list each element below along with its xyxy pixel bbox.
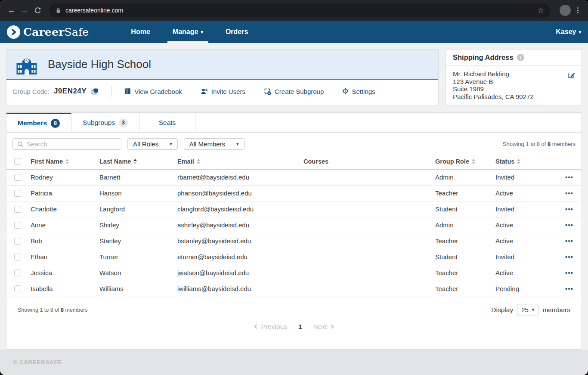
nav-items: Home Manage▾ Orders <box>120 21 259 43</box>
sort-icon[interactable] <box>65 159 69 164</box>
tab-seats[interactable]: Seats <box>139 113 195 132</box>
cell-status: Invited <box>492 249 562 265</box>
search-input[interactable] <box>27 140 117 148</box>
nav-item-manage[interactable]: Manage▾ <box>161 21 214 43</box>
row-actions-icon[interactable]: ••• <box>565 285 573 292</box>
shipping-address-card: Shipping Address i Mr. Richard Belding 1… <box>446 49 582 106</box>
cell-courses <box>300 201 432 217</box>
gear-icon: ⚙ <box>342 87 349 95</box>
row-actions-icon[interactable]: ••• <box>565 190 573 197</box>
cell-courses <box>300 233 432 249</box>
careersafe-logo[interactable]: CareerSafe <box>7 25 89 39</box>
nav-item-home[interactable]: Home <box>120 21 161 43</box>
next-page-button[interactable]: Next <box>313 323 334 331</box>
cell-courses <box>300 265 432 281</box>
table-row: Patricia Hanson phanson@baysideisd.edu T… <box>6 185 582 201</box>
row-checkbox[interactable] <box>14 270 21 276</box>
cell-status: Pending <box>492 281 562 297</box>
shipping-line2: Suite 1989 <box>453 85 575 93</box>
chevron-left-icon <box>254 325 258 329</box>
settings-link[interactable]: ⚙ Settings <box>342 87 375 95</box>
cell-email: iwilliams@baysideisd.edu <box>174 281 300 297</box>
cell-role: Teacher <box>432 233 492 249</box>
careersafe-logo-icon <box>7 25 20 39</box>
chevron-down-icon: ▾ <box>236 141 239 147</box>
row-actions-icon[interactable]: ••• <box>565 238 573 245</box>
cell-first-name: Ethan <box>27 249 96 265</box>
display-count-select[interactable]: 25▾ <box>517 304 538 316</box>
members-count-badge: 8 <box>51 119 60 128</box>
row-checkbox[interactable] <box>14 285 21 292</box>
filter-row: All Roles▾ All Members▾ Showing 1 to 8 o… <box>6 133 582 154</box>
row-actions-icon[interactable]: ••• <box>565 254 573 260</box>
browser-profile-avatar[interactable] <box>560 5 571 16</box>
table-row: Jessica Watson jwatson@baysideisd.edu Te… <box>6 265 582 281</box>
col-last-name: Last Name <box>99 158 131 165</box>
school-header: Bayside High School <box>6 50 438 80</box>
sort-icon[interactable] <box>133 159 137 164</box>
reload-icon[interactable] <box>31 4 44 17</box>
sort-icon[interactable] <box>472 159 475 164</box>
row-checkbox[interactable] <box>14 254 21 260</box>
cell-status: Invited <box>492 169 562 185</box>
school-card: Bayside High School Group Code: J9EN24Y … <box>6 49 439 106</box>
back-icon[interactable]: ← <box>5 4 18 17</box>
showing-summary-bottom: Showing 1 to 8 of 8 members <box>18 307 88 313</box>
bookmark-star-icon[interactable]: ☆ <box>538 6 544 15</box>
invite-users-link[interactable]: Invite Users <box>200 87 245 95</box>
view-gradebook-link[interactable]: View Gradebook <box>124 87 182 95</box>
cell-first-name: Jessica <box>27 265 96 281</box>
person-plus-icon <box>200 87 208 95</box>
cell-status: Active <box>492 233 562 249</box>
gradebook-icon <box>124 87 131 95</box>
copy-icon[interactable] <box>90 87 99 96</box>
row-checkbox[interactable] <box>14 206 21 213</box>
table-row: Bob Stanley bstanley@baysideisd.edu Teac… <box>6 233 582 249</box>
cell-last-name: Williams <box>96 281 174 297</box>
shipping-title: Shipping Address <box>453 53 514 62</box>
cell-role: Teacher <box>432 185 492 201</box>
row-checkbox[interactable] <box>14 238 21 245</box>
tab-subgroups[interactable]: Subgroups 3 <box>71 113 139 132</box>
row-checkbox[interactable] <box>14 174 21 181</box>
cell-role: Admin <box>432 169 492 185</box>
cell-last-name: Hanson <box>96 185 174 201</box>
col-courses: Courses <box>303 158 328 165</box>
members-filter-select[interactable]: All Members▾ <box>184 138 244 150</box>
row-checkbox[interactable] <box>14 222 21 229</box>
sort-icon[interactable] <box>517 159 520 164</box>
previous-page-button[interactable]: Previous <box>255 323 287 331</box>
edit-address-icon[interactable] <box>567 71 576 81</box>
roles-filter-select[interactable]: All Roles▾ <box>127 138 178 150</box>
brand-safe: Safe <box>64 26 89 38</box>
url-bar[interactable]: careersafeonline.com ☆ <box>49 3 550 18</box>
cell-last-name: Turner <box>96 249 174 265</box>
display-label: Display <box>491 306 513 314</box>
cell-role: Teacher <box>432 281 492 297</box>
browser-menu-icon[interactable] <box>573 5 583 15</box>
shipping-line3: Pacific Palisades, CA 90272 <box>453 93 575 101</box>
forward-icon[interactable]: → <box>18 4 31 17</box>
row-actions-icon[interactable]: ••• <box>565 270 573 276</box>
cell-role: Student <box>432 249 492 265</box>
cell-email: ashirley@baysideisd.edu <box>174 217 300 233</box>
sort-icon[interactable] <box>197 159 200 164</box>
group-code-label: Group Code: <box>12 88 50 95</box>
subgroup-icon <box>263 87 272 96</box>
row-actions-icon[interactable]: ••• <box>565 222 573 229</box>
cell-status: Active <box>492 265 562 281</box>
search-box[interactable] <box>12 138 121 150</box>
cell-email: rbarnett@baysideisd.edu <box>174 169 300 185</box>
tab-members[interactable]: Members 8 <box>6 113 71 132</box>
row-actions-icon[interactable]: ••• <box>565 174 573 181</box>
page-number[interactable]: 1 <box>298 323 302 331</box>
nav-item-orders[interactable]: Orders <box>214 21 259 43</box>
user-menu[interactable]: Kasey▾ <box>556 28 581 36</box>
row-checkbox[interactable] <box>14 190 21 197</box>
info-icon[interactable]: i <box>517 54 524 61</box>
create-subgroup-link[interactable]: Create Subgroup <box>263 87 324 96</box>
select-all-checkbox[interactable] <box>14 158 21 165</box>
row-actions-icon[interactable]: ••• <box>565 206 573 213</box>
table-row: Charlotte Langford clangford@baysideisd.… <box>6 201 582 217</box>
cell-last-name: Shirley <box>96 217 174 233</box>
